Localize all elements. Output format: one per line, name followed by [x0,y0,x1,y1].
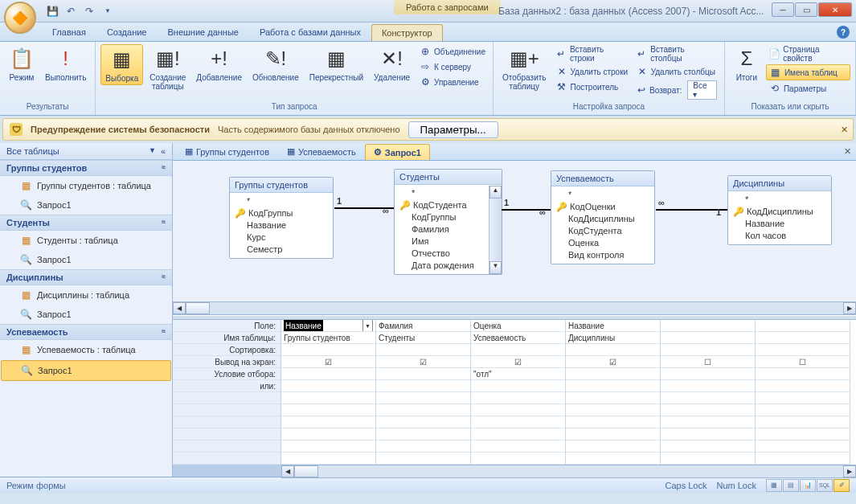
table-diagram-pane[interactable]: Группы студентов*🔑КодГруппыНазваниеКурсС… [173,161,856,301]
scroll-thumb[interactable] [294,465,318,477]
grid-cell[interactable] [661,428,755,440]
field[interactable]: Отчество [399,248,487,260]
field[interactable]: * [556,189,649,201]
chart-view-button[interactable]: 📊 [800,479,816,492]
table-cell[interactable]: Студенты [376,332,470,344]
ribbon-combo[interactable]: Все ▾ [687,80,717,100]
field[interactable]: Имя [399,236,487,248]
nav-group-header[interactable]: Успеваемость≈ [0,324,172,340]
nav-item[interactable]: 🔍Запрос1 [1,360,171,381]
grid-cell[interactable] [281,380,375,392]
grid-cell[interactable] [566,416,660,428]
ribbon-button[interactable]: ✕!Удаление [370,44,414,84]
field[interactable]: Фамилия [399,223,487,236]
table-box[interactable]: Дисциплины*🔑КодДисциплиныНазваниеКол час… [727,175,832,245]
grid-cell[interactable] [471,380,565,392]
grid-cell[interactable] [281,453,375,465]
table-box[interactable]: Успеваемость*🔑КодОценкиКодДисциплиныКодС… [551,170,655,264]
ribbon-tab-2[interactable]: Внешние данные [158,23,249,41]
nav-item[interactable]: 🔍Запрос1 [0,305,172,324]
ribbon-tab-0[interactable]: Главная [42,23,96,41]
ribbon-button[interactable]: ▦+Отобразить таблицу [498,44,551,92]
grid-cell[interactable] [756,416,850,428]
grid-cell[interactable] [661,416,755,428]
grid-cell[interactable] [471,416,565,428]
maximize-button[interactable]: ▭ [795,2,817,17]
security-options-button[interactable]: Параметры... [408,121,498,138]
document-tab[interactable]: ⚙Запрос1 [365,144,430,160]
field-cell[interactable] [661,320,755,332]
grid-cell[interactable] [661,380,755,392]
grid-cell[interactable] [661,453,755,465]
design-view-button[interactable]: ✐ [833,479,850,492]
grid-cell[interactable] [661,404,755,416]
grid-cell[interactable] [281,392,375,404]
show-checkbox[interactable]: ☑ [281,356,375,368]
table-cell[interactable]: Дисциплины [566,332,660,344]
sort-cell[interactable] [566,344,660,356]
query-grid[interactable]: Поле:Имя таблицы:Сортировка:Вывод на экр… [173,320,856,465]
field[interactable]: КодСтудента [556,225,649,237]
field-cell[interactable]: Фамилия [376,320,470,332]
field[interactable]: * [235,195,328,207]
grid-cell[interactable] [376,428,470,440]
grid-cell[interactable] [661,392,755,404]
criteria-cell[interactable] [661,368,755,380]
ribbon-tab-1[interactable]: Создание [96,23,158,41]
ribbon-tab-3[interactable]: Работа с базами данных [249,23,371,41]
help-button[interactable]: ? [837,26,850,39]
grid-cell[interactable] [376,453,470,465]
field[interactable]: Семестр [235,244,328,256]
grid-cell[interactable] [756,380,850,392]
ribbon-button[interactable]: ✎!Обновление [248,44,303,84]
pivot-view-button[interactable]: ▤ [783,479,799,492]
nav-item[interactable]: 🔍Запрос1 [0,250,172,269]
field[interactable]: 🔑КодДисциплины [733,206,826,218]
grid-cell[interactable] [471,392,565,404]
field[interactable]: * [733,194,826,206]
ribbon-button[interactable]: !Выполнить [41,44,90,84]
grid-cell[interactable] [756,404,850,416]
document-tab[interactable]: ▦Успеваемость [278,143,365,160]
field[interactable]: 🔑КодОценки [556,201,649,213]
grid-column[interactable]: ОценкаУспеваемость☑"отл" [471,320,566,465]
table-cell[interactable]: Группы студентов [281,332,375,344]
close-button[interactable]: ✕ [818,2,852,17]
field[interactable]: * [399,187,487,199]
ribbon-button[interactable]: 📋Режим [5,44,39,84]
sort-cell[interactable] [661,344,755,356]
datasheet-view-button[interactable]: ▦ [766,479,782,492]
ribbon-small-button[interactable]: ⊕Объединение [416,44,488,59]
nav-group-header[interactable]: Группы студентов≈ [0,160,172,176]
show-checkbox[interactable]: ☑ [376,356,470,368]
grid-cell[interactable] [281,440,375,453]
grid-column[interactable]: ФамилияСтуденты☑ [376,320,471,465]
grid-cell[interactable] [281,416,375,428]
ribbon-button[interactable]: ▦!Создание таблицы [145,44,190,92]
scroll-left-icon[interactable]: ◀ [173,302,186,314]
table-box[interactable]: Группы студентов*🔑КодГруппыНазваниеКурсС… [229,177,334,259]
field-cell[interactable]: Название [566,320,660,332]
nav-item[interactable]: 🔍Запрос1 [0,195,172,215]
scroll-left-icon[interactable]: ◀ [281,465,294,477]
nav-item[interactable]: ▦Дисциплины : таблица [0,285,172,305]
sort-cell[interactable] [756,344,850,356]
ribbon-small-button[interactable]: ⟲Параметры [766,81,850,96]
nav-header[interactable]: Все таблицы ▼« [0,143,172,160]
scroll-thumb[interactable] [186,302,210,314]
criteria-cell[interactable] [376,368,470,380]
ribbon-button[interactable]: ΣИтоги [730,44,764,84]
show-checkbox[interactable]: ☐ [661,356,755,368]
grid-cell[interactable] [756,392,850,404]
nav-item[interactable]: ▦Студенты : таблица [0,231,172,250]
field[interactable]: Оценка [556,237,649,249]
scroll-right-icon[interactable]: ▶ [843,302,856,314]
ribbon-small-button[interactable]: ⚙Управление [416,75,488,89]
ribbon-small-button[interactable]: ✕Удалить строки [553,64,631,79]
grid-cell[interactable] [471,428,565,440]
ribbon-button[interactable]: ▦Перекрестный [305,44,367,84]
field[interactable]: Название [235,219,328,232]
criteria-cell[interactable] [566,368,660,380]
ribbon-tab-4[interactable]: Конструктор [371,24,443,41]
document-tab[interactable]: ▦Группы студентов [176,143,278,160]
